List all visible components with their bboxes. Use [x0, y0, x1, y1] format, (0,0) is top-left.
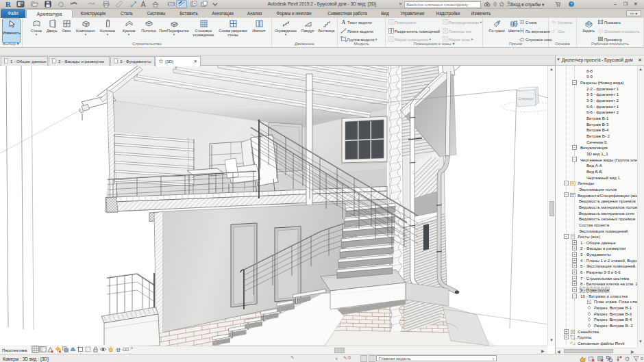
- ribbon-button[interactable]: Ограждение▾: [273, 18, 298, 40]
- switch-windows-icon[interactable]: [199, 0, 210, 8]
- open-icon[interactable]: [29, 0, 40, 8]
- search-go-icon[interactable]: »: [397, 1, 404, 8]
- restore-button[interactable]: ❐: [621, 0, 630, 8]
- collapse-icon[interactable]: −: [572, 294, 577, 298]
- ribbon-button[interactable]: 0 0 13 13">По вертикали: [519, 27, 550, 36]
- expand-icon[interactable]: +: [572, 258, 577, 263]
- 3d-viewport[interactable]: Спереди: [0, 66, 547, 346]
- chevron-down-icon[interactable]: ∨: [335, 356, 338, 361]
- ribbon-button[interactable]: Импост: [249, 18, 269, 40]
- view-tab[interactable]: 3 - Фундаменты: [110, 56, 155, 66]
- expand-icon[interactable]: +: [572, 281, 577, 286]
- ribbon-button[interactable]: 0 0 13 13">AТекст модели: [340, 18, 372, 27]
- ribbon-tab[interactable]: Совместная работа: [319, 9, 375, 18]
- save-icon[interactable]: [42, 0, 53, 8]
- expand-icon[interactable]: +: [572, 287, 577, 292]
- panel-caption[interactable]: Помещения и зоны ▾: [386, 41, 482, 47]
- tree-item[interactable]: +2 - Фасады и развертки: [556, 246, 637, 252]
- ribbon-button[interactable]: 0 0 13 13">Разделитель помещений: [388, 27, 440, 36]
- app-store-cart-icon[interactable]: [554, 1, 561, 8]
- panel-caption[interactable]: Движение: [272, 41, 337, 47]
- tree-item[interactable]: +Семейства: [556, 328, 637, 335]
- panel-caption[interactable]: Выбор ▾: [0, 41, 22, 47]
- expand-icon[interactable]: +: [572, 246, 577, 250]
- search-input[interactable]: [404, 1, 481, 8]
- ribbon-tab[interactable]: Архитектура: [26, 9, 73, 18]
- sun-path-icon[interactable]: [54, 346, 62, 353]
- scroll-left-icon[interactable]: ◀: [557, 349, 560, 354]
- scale-perspective-label[interactable]: Перспектива: [2, 348, 27, 352]
- expand-icon[interactable]: +: [572, 276, 577, 281]
- close-button[interactable]: ✕: [631, 0, 641, 8]
- pin-icon[interactable]: ▼: [556, 57, 560, 62]
- ribbon-tab[interactable]: Аннотации: [205, 9, 240, 18]
- home-3d-icon[interactable]: [150, 0, 161, 8]
- shadows-icon[interactable]: [62, 346, 69, 353]
- ribbon-tab[interactable]: Системы: [140, 9, 173, 18]
- tree-item[interactable]: Витраж В-1: [556, 115, 637, 121]
- ribbon-tab[interactable]: Конструкция: [73, 9, 114, 18]
- ribbon-tab[interactable]: Изменить: [466, 9, 496, 18]
- tree-item[interactable]: Вид А-А: [556, 163, 637, 169]
- measure-icon[interactable]: [114, 0, 125, 8]
- tree-item[interactable]: Ведомость материалов полов: [556, 204, 637, 210]
- collapse-icon[interactable]: −: [572, 145, 577, 150]
- tree-item[interactable]: Вид Б-Б: [556, 168, 637, 174]
- ribbon-button[interactable]: 0 0 13 13">Опорная плоскость: [597, 27, 639, 36]
- ribbon-button[interactable]: Колонна▾: [96, 18, 119, 40]
- lock-view-icon[interactable]: [92, 346, 99, 353]
- render-icon[interactable]: [69, 346, 77, 353]
- displacement-icon[interactable]: [114, 346, 122, 353]
- ribbon-tab[interactable]: Сталь: [114, 9, 140, 18]
- ribbon-button[interactable]: Лестница: [316, 18, 336, 40]
- scroll-up-icon[interactable]: ▲: [549, 67, 554, 71]
- scroll-right-icon[interactable]: ▶: [631, 349, 634, 354]
- thin-lines-icon[interactable]: [176, 0, 187, 8]
- tree-item[interactable]: 3-3 - фрагмент 1: [556, 92, 637, 98]
- ribbon-button[interactable]: Компонент▾: [72, 18, 99, 40]
- panel-caption[interactable]: Проем: [483, 41, 548, 47]
- ribbon-button[interactable]: 0 0 13 13">Распределенная ▾: [442, 18, 482, 27]
- detail-level-icon[interactable]: [39, 346, 47, 353]
- tree-item[interactable]: Ведомость материалов стен: [556, 210, 637, 216]
- tree-item[interactable]: +Группы: [556, 335, 637, 341]
- scroll-thumb[interactable]: [549, 201, 554, 216]
- redo-icon[interactable]: [86, 0, 97, 8]
- ribbon-button[interactable]: 0 0 13 13">Границы зон: [442, 27, 471, 36]
- design-options-combobox[interactable]: Главная модель∨: [376, 355, 497, 361]
- viewcube[interactable]: Спереди: [502, 87, 547, 112]
- scroll-down-icon[interactable]: ▼: [549, 338, 554, 342]
- expand-icon[interactable]: +: [572, 252, 577, 257]
- collapse-icon[interactable]: −: [564, 181, 569, 185]
- ribbon-tab[interactable]: Надстройки: [430, 9, 466, 18]
- binoculars-icon[interactable]: [483, 1, 491, 8]
- tree-item[interactable]: 2-2 - фрагмент 1: [556, 86, 637, 92]
- ribbon-button[interactable]: Стеновое ограждение: [188, 18, 219, 40]
- expand-icon[interactable]: +: [564, 335, 569, 339]
- tree-item[interactable]: Разрез: Витраж В- 2: [556, 322, 637, 328]
- constraints-icon[interactable]: [122, 346, 129, 353]
- tree-item[interactable]: +6 - Разрезы 3-3 и 6-6: [556, 269, 637, 275]
- tree-item[interactable]: Ведомость оконных проемов: [556, 216, 637, 222]
- tree-item[interactable]: +3 - Фундаменты: [556, 251, 637, 257]
- tree-item[interactable]: +4 - Планы 1 и 2 этажей, Водост: [556, 257, 637, 263]
- select-links-icon[interactable]: [606, 355, 614, 362]
- visual-style-icon[interactable]: [47, 346, 54, 353]
- close-view-tab-icon[interactable]: ✕: [194, 57, 197, 66]
- collapse-icon[interactable]: ‹: [131, 345, 138, 352]
- close-hidden-icon[interactable]: [188, 0, 199, 8]
- ribbon-button[interactable]: 0 0 13 13">Линия модели: [340, 27, 373, 36]
- text-icon[interactable]: A: [138, 0, 149, 8]
- sync-icon[interactable]: [55, 0, 66, 8]
- ribbon-tab[interactable]: Файл: [1, 9, 25, 18]
- ribbon-tab[interactable]: Вид: [375, 9, 395, 18]
- tree-item[interactable]: Экспликация полов: [556, 186, 637, 192]
- tree-item[interactable]: 6-6 - фрагмент 2: [556, 109, 637, 116]
- modify-button[interactable]: Изменить: [2, 18, 21, 43]
- ribbon-button[interactable]: 0 0 13 13">Показать: [597, 18, 621, 27]
- expand-icon[interactable]: +: [564, 329, 569, 334]
- project-browser-header[interactable]: ▼ Диспетчер проекта - Брусовой дом ✕: [556, 55, 644, 66]
- tree-item[interactable]: 3D вид 1_1: [556, 151, 637, 157]
- tree-item[interactable]: Витраж В- 2: [556, 133, 637, 139]
- ribbon-button[interactable]: 0 0 13 13">Уровень: [551, 18, 573, 27]
